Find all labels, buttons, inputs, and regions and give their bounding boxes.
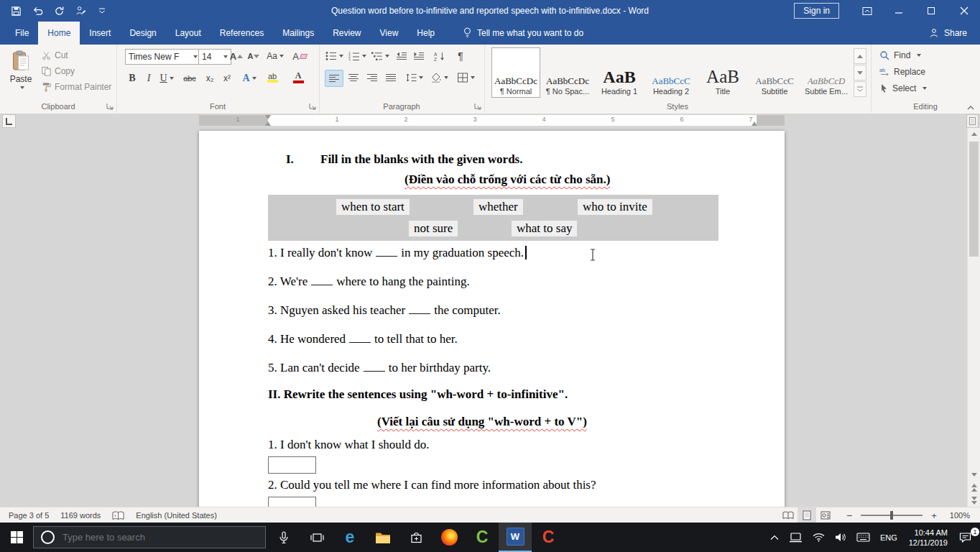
exercise1-sentence-4[interactable]: 4. He wonderedto tell that to her. bbox=[268, 332, 458, 346]
exercise1-sentence-2[interactable]: 2. We'rewhere to hang the painting. bbox=[268, 275, 470, 289]
file-explorer-icon[interactable] bbox=[366, 523, 399, 552]
clear-formatting-button[interactable]: A bbox=[290, 48, 309, 64]
clipboard-dialog-launcher-icon[interactable] bbox=[106, 103, 114, 110]
exercise2-sentence-2[interactable]: 2. Could you tell me where I can find mo… bbox=[268, 478, 596, 492]
show-hide-pilcrow-button[interactable]: ¶ bbox=[453, 48, 468, 64]
answer-blank[interactable] bbox=[376, 254, 397, 257]
scroll-up-arrow[interactable] bbox=[968, 128, 980, 140]
undo-icon[interactable] bbox=[27, 1, 47, 20]
document-canvas[interactable]: I. Fill in the blanks with the given wor… bbox=[0, 128, 980, 507]
ruler-toggle-button[interactable] bbox=[966, 114, 979, 128]
vertical-scrollbar[interactable] bbox=[967, 128, 980, 507]
change-case-button[interactable]: Aa bbox=[264, 48, 286, 64]
minimize-button[interactable] bbox=[883, 0, 915, 22]
next-page-button[interactable] bbox=[968, 494, 980, 507]
style-card-subtle-emphasis[interactable]: AaBbCcD Subtle Em... bbox=[802, 47, 851, 98]
page-indicator[interactable]: Page 3 of 5 bbox=[0, 507, 55, 523]
laptop-icon[interactable] bbox=[784, 523, 808, 552]
share-button[interactable]: Share bbox=[916, 22, 980, 45]
borders-button[interactable] bbox=[454, 70, 477, 86]
sort-button[interactable]: AZ bbox=[431, 48, 448, 64]
tray-chevron-up-icon[interactable] bbox=[765, 523, 784, 552]
styles-scroll-down-button[interactable] bbox=[854, 65, 866, 80]
zoom-level[interactable]: 100% bbox=[944, 507, 980, 523]
word-count[interactable]: 1169 words bbox=[55, 507, 106, 523]
left-indent-marker[interactable] bbox=[265, 121, 271, 126]
text-effects-button[interactable]: A bbox=[240, 70, 259, 86]
strikethrough-button[interactable]: abc bbox=[180, 70, 200, 86]
shrink-font-button[interactable]: A bbox=[246, 48, 262, 64]
document-page[interactable]: I. Fill in the blanks with the given wor… bbox=[199, 131, 785, 507]
section1-number[interactable]: I. bbox=[286, 152, 294, 167]
maximize-button[interactable] bbox=[915, 0, 948, 22]
style-card-title[interactable]: AaB Title bbox=[698, 47, 747, 98]
search-input[interactable] bbox=[61, 531, 229, 543]
exercise1-sentence-1[interactable]: 1. I really don't knowin my graduation s… bbox=[268, 246, 527, 260]
tab-file[interactable]: File bbox=[6, 22, 38, 45]
c-red-app-icon[interactable]: C bbox=[532, 523, 565, 552]
word-taskbar-icon[interactable]: W bbox=[499, 523, 532, 552]
redo-icon[interactable] bbox=[49, 1, 69, 20]
task-view-button[interactable] bbox=[300, 523, 333, 552]
ribbon-display-options-icon[interactable] bbox=[851, 0, 883, 22]
answer-blank[interactable] bbox=[409, 311, 430, 314]
first-line-indent-marker[interactable] bbox=[265, 115, 271, 119]
paragraph-dialog-launcher-icon[interactable] bbox=[474, 103, 481, 110]
tab-view[interactable]: View bbox=[371, 22, 408, 45]
zoom-slider-thumb[interactable] bbox=[890, 511, 893, 520]
zoom-out-button[interactable]: − bbox=[835, 507, 855, 523]
word-bank-table[interactable]: when to start whether who to invite not … bbox=[268, 195, 718, 241]
tab-design[interactable]: Design bbox=[120, 22, 165, 45]
numbering-button[interactable]: 123 bbox=[348, 48, 366, 64]
microphone-icon[interactable] bbox=[267, 523, 300, 552]
volume-icon[interactable] bbox=[830, 523, 851, 552]
collapse-ribbon-icon[interactable] bbox=[966, 104, 975, 111]
exercise1-sentence-5[interactable]: 5. Lan can't decideto her birthday party… bbox=[268, 361, 491, 375]
style-card-heading-2[interactable]: AaBbCcC Heading 2 bbox=[647, 47, 695, 98]
edge-icon[interactable]: e bbox=[333, 523, 366, 552]
find-button[interactable]: Find bbox=[879, 50, 921, 60]
tab-stop-selector[interactable] bbox=[2, 114, 16, 128]
tab-mailings[interactable]: Mailings bbox=[273, 22, 323, 45]
close-button[interactable] bbox=[948, 0, 980, 22]
read-mode-button[interactable] bbox=[779, 507, 798, 523]
scroll-down-arrow[interactable] bbox=[968, 469, 980, 481]
answer-box-2[interactable] bbox=[268, 497, 316, 507]
section2-subheading-vietnamese[interactable]: (Viết lại câu sử dụng "wh-word + to V") bbox=[377, 415, 587, 429]
tab-insert[interactable]: Insert bbox=[80, 22, 120, 45]
zoom-in-button[interactable]: + bbox=[928, 507, 944, 523]
tab-help[interactable]: Help bbox=[407, 22, 444, 45]
decrease-indent-button[interactable] bbox=[394, 48, 410, 64]
exercise1-sentence-3[interactable]: 3. Nguyen asked his teacherthe computer. bbox=[268, 303, 501, 318]
exercise2-sentence-1[interactable]: 1. I don't know what I should do. bbox=[268, 438, 430, 452]
sign-in-button[interactable]: Sign in bbox=[794, 3, 839, 19]
align-left-button[interactable] bbox=[325, 70, 343, 87]
grow-font-button[interactable]: A bbox=[228, 48, 244, 64]
tab-layout[interactable]: Layout bbox=[166, 22, 211, 45]
font-color-button[interactable]: A bbox=[287, 69, 309, 85]
tab-references[interactable]: References bbox=[211, 22, 273, 45]
underline-button[interactable]: U bbox=[157, 70, 177, 86]
zoom-slider[interactable] bbox=[861, 515, 923, 516]
firefox-icon[interactable] bbox=[433, 523, 466, 552]
previous-page-button[interactable] bbox=[968, 482, 980, 494]
c-green-app-icon[interactable]: C bbox=[466, 523, 499, 552]
save-icon[interactable] bbox=[6, 1, 26, 20]
styles-gallery-more-button[interactable] bbox=[854, 81, 866, 97]
replace-button[interactable]: ab Replace bbox=[879, 67, 925, 77]
taskbar-clock[interactable]: 10:44 AM 12/11/2019 bbox=[902, 528, 954, 548]
font-size-combobox[interactable]: 14 bbox=[198, 49, 231, 65]
section1-heading[interactable]: Fill in the blanks with the given words. bbox=[320, 152, 523, 167]
align-right-button[interactable] bbox=[364, 70, 381, 86]
horizontal-ruler[interactable]: 1 1 2 3 4 5 6 7 bbox=[199, 115, 785, 126]
subscript-button[interactable]: x₂ bbox=[201, 70, 218, 86]
proofing-status[interactable] bbox=[106, 507, 130, 523]
format-painter-button[interactable]: Format Painter bbox=[42, 82, 111, 92]
action-center-icon[interactable]: 1 bbox=[954, 523, 980, 552]
font-dialog-launcher-icon[interactable] bbox=[309, 103, 316, 110]
style-card-heading-1[interactable]: AaB Heading 1 bbox=[595, 47, 644, 98]
touch-keyboard-icon[interactable] bbox=[851, 523, 875, 552]
start-button[interactable] bbox=[0, 523, 33, 552]
language-indicator[interactable]: ENG bbox=[875, 523, 902, 552]
microsoft-store-icon[interactable] bbox=[399, 523, 433, 552]
